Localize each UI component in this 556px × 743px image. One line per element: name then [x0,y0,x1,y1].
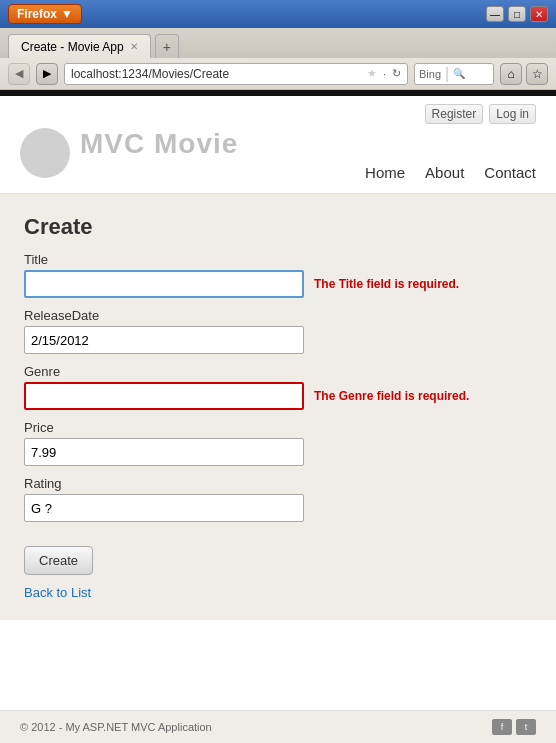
bookmark-star-icon[interactable]: ★ [367,67,377,80]
address-text: localhost:1234/Movies/Create [71,67,361,81]
title-field-group: Title The Title field is required. [24,252,532,298]
page-content: Register Log in MVC Movie Home About Con… [0,96,556,710]
new-tab-button[interactable]: + [155,34,179,58]
home-button[interactable]: ⌂ [500,63,522,85]
footer-copyright: © 2012 - My ASP.NET MVC Application [20,721,212,733]
nav-home[interactable]: Home [365,164,405,181]
separator: · [383,68,386,80]
login-link[interactable]: Log in [489,104,536,124]
bookmarks-button[interactable]: ☆ [526,63,548,85]
back-icon: ◀ [15,67,23,80]
nav-about[interactable]: About [425,164,464,181]
facebook-icon[interactable]: f [492,719,512,735]
genre-error: The Genre field is required. [314,389,469,403]
site-nav: Home About Contact [80,160,536,189]
title-input[interactable] [24,270,304,298]
close-button[interactable]: ✕ [530,6,548,22]
site-title: MVC Movie [80,128,536,160]
auth-bar: Register Log in [20,104,536,124]
register-link[interactable]: Register [425,104,484,124]
release-date-input[interactable] [24,326,304,354]
bing-logo: Bing [419,68,441,80]
genre-label: Genre [24,364,532,379]
minimize-button[interactable]: — [486,6,504,22]
firefox-label: Firefox [17,7,57,21]
title-bar: Firefox ▼ — □ ✕ [0,0,556,28]
nav-bar: ◀ ▶ localhost:1234/Movies/Create ★ · ↻ B… [0,58,556,90]
rating-field-group: Rating [24,476,532,522]
firefox-dropdown-icon: ▼ [61,7,73,21]
search-bar: Bing | 🔍 [414,63,494,85]
rating-row [24,494,532,522]
logo-avatar [20,128,70,178]
tab-bar: Create - Movie App ✕ + [0,28,556,58]
release-date-label: ReleaseDate [24,308,532,323]
genre-input[interactable] [24,382,304,410]
search-icon: 🔍 [453,68,465,79]
title-label: Title [24,252,532,267]
refresh-icon[interactable]: ↻ [392,67,401,80]
page-wrapper: Register Log in MVC Movie Home About Con… [0,90,556,743]
forward-button[interactable]: ▶ [36,63,58,85]
footer-social-icons: f t [492,719,536,735]
price-label: Price [24,420,532,435]
address-bar[interactable]: localhost:1234/Movies/Create ★ · ↻ [64,63,408,85]
home-icon: ⌂ [507,67,514,81]
genre-field-group: Genre The Genre field is required. [24,364,532,410]
maximize-button[interactable]: □ [508,6,526,22]
twitter-icon[interactable]: t [516,719,536,735]
window-controls: — □ ✕ [486,6,548,22]
bookmarks-icon: ☆ [532,67,543,81]
page-footer: © 2012 - My ASP.NET MVC Application f t [0,710,556,743]
title-row: The Title field is required. [24,270,532,298]
nav-extra-buttons: ⌂ ☆ [500,63,548,85]
search-divider: | [445,65,449,83]
active-tab[interactable]: Create - Movie App ✕ [8,34,151,58]
rating-label: Rating [24,476,532,491]
back-button[interactable]: ◀ [8,63,30,85]
site-header: Register Log in MVC Movie Home About Con… [0,96,556,193]
release-date-row [24,326,532,354]
nav-contact[interactable]: Contact [484,164,536,181]
price-row [24,438,532,466]
page-heading: Create [24,214,532,240]
create-button[interactable]: Create [24,546,93,575]
price-input[interactable] [24,438,304,466]
firefox-button[interactable]: Firefox ▼ [8,4,82,24]
release-date-field-group: ReleaseDate [24,308,532,354]
tab-title: Create - Movie App [21,40,124,54]
main-content: Create Title The Title field is required… [0,194,556,620]
tab-close-icon[interactable]: ✕ [130,41,138,52]
forward-icon: ▶ [43,67,51,80]
title-error: The Title field is required. [314,277,459,291]
price-field-group: Price [24,420,532,466]
rating-input[interactable] [24,494,304,522]
back-to-list-link[interactable]: Back to List [24,585,532,600]
genre-row: The Genre field is required. [24,382,532,410]
